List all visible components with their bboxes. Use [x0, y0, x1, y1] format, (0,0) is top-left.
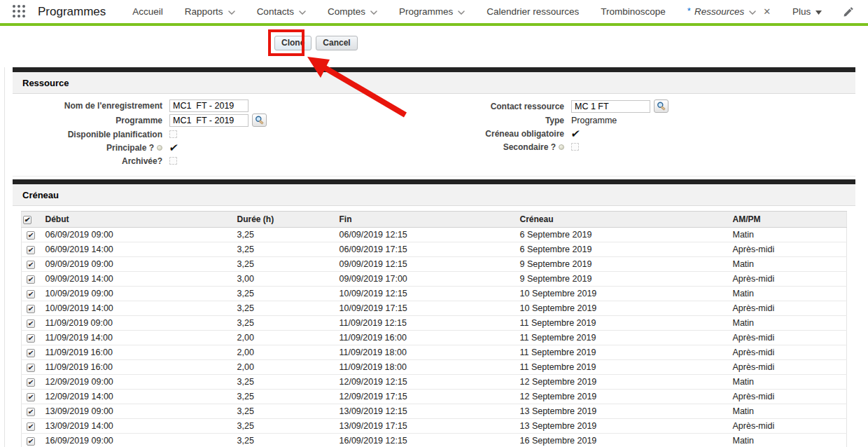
- tab-calendrier-ressources[interactable]: Calendrier ressources: [486, 6, 579, 17]
- column-header-debut: Début: [40, 212, 232, 228]
- cell-creneau: 9 Septembre 2019: [514, 257, 727, 272]
- cell-fin: 11/09/2019 12:15: [334, 316, 514, 331]
- cell-debut: 06/09/2019 09:00: [40, 228, 232, 242]
- tab-accueil[interactable]: Accueil: [132, 6, 163, 17]
- column-header-fin: Fin: [334, 212, 514, 228]
- table-row: 09/09/2019 14:00 3,00 09/09/2019 17:00 9…: [22, 272, 847, 287]
- cell-debut: 09/09/2019 14:00: [40, 272, 232, 287]
- tab-plus-menu[interactable]: Plus: [792, 6, 822, 17]
- slot-table-header-row: Début Durée (h) Fin Créneau AM/PM: [22, 212, 847, 228]
- cell-duree: 3,25: [232, 242, 334, 257]
- cell-duree: 3,25: [232, 404, 334, 419]
- cell-creneau: 16 Septembre 2019: [514, 434, 727, 447]
- cell-fin: 10/09/2019 12:15: [334, 287, 514, 301]
- cell-ampm: Après-midi: [727, 345, 847, 360]
- cell-creneau: 6 Septembre 2019: [514, 242, 727, 257]
- table-row: 13/09/2019 14:00 3,25 13/09/2019 17:15 1…: [22, 419, 847, 434]
- cell-debut: 12/09/2019 09:00: [40, 375, 232, 390]
- table-row: 06/09/2019 14:00 3,25 06/09/2019 17:15 6…: [22, 242, 847, 257]
- cell-debut: 11/09/2019 16:00: [40, 360, 232, 375]
- secondaire-checkbox: [571, 143, 579, 151]
- principale-checkmark-icon: ✔: [169, 143, 179, 152]
- tab-contacts[interactable]: Contacts: [257, 6, 306, 17]
- cell-debut: 11/09/2019 14:00: [40, 331, 232, 345]
- row-checkbox[interactable]: [27, 393, 35, 401]
- cell-fin: 12/09/2019 17:15: [334, 390, 514, 404]
- resource-form: Nom de l'enregistrement Programme Dispon…: [13, 94, 855, 177]
- cell-creneau: 12 Septembre 2019: [514, 375, 727, 390]
- app-launcher-icon[interactable]: [13, 5, 26, 18]
- row-checkbox[interactable]: [27, 319, 35, 328]
- row-checkbox[interactable]: [27, 437, 35, 446]
- cell-fin: 09/09/2019 17:00: [334, 272, 514, 287]
- cell-debut: 10/09/2019 14:00: [40, 301, 232, 316]
- programme-input[interactable]: [169, 114, 248, 127]
- chevron-down-icon[interactable]: [228, 11, 235, 15]
- cell-duree: 2,00: [232, 345, 334, 360]
- row-checkbox[interactable]: [27, 305, 35, 313]
- slot-table: Début Durée (h) Fin Créneau AM/PM 06/09/…: [21, 211, 847, 447]
- clone-button[interactable]: Clone: [274, 36, 312, 50]
- cancel-button[interactable]: Cancel: [316, 36, 357, 50]
- row-checkbox[interactable]: [27, 422, 35, 431]
- close-tab-icon[interactable]: ✕: [763, 6, 771, 17]
- cell-duree: 3,25: [232, 390, 334, 404]
- row-checkbox[interactable]: [27, 349, 35, 357]
- archivee-checkbox: [169, 157, 177, 165]
- tab-ressources-active[interactable]: * Ressources ✕: [687, 6, 771, 17]
- row-checkbox[interactable]: [27, 231, 35, 240]
- row-checkbox[interactable]: [27, 246, 35, 254]
- action-bar: Clone Cancel: [0, 26, 868, 67]
- help-icon[interactable]: [559, 144, 564, 150]
- cell-creneau: 6 Septembre 2019: [514, 228, 727, 242]
- tab-rapports[interactable]: Rapports: [185, 6, 235, 17]
- disponible-planification-checkbox: [169, 130, 177, 138]
- row-checkbox[interactable]: [27, 378, 35, 387]
- cell-debut: 13/09/2019 09:00: [40, 404, 232, 419]
- select-all-checkbox[interactable]: [23, 216, 31, 224]
- chevron-down-icon[interactable]: [458, 11, 465, 15]
- cell-ampm: Matin: [727, 316, 847, 331]
- field-type: Type Programme: [434, 114, 855, 126]
- contact-ressource-input[interactable]: [571, 100, 650, 113]
- table-row: 11/09/2019 09:00 3,25 11/09/2019 12:15 1…: [22, 316, 847, 331]
- table-row: 16/09/2019 09:00 3,25 16/09/2019 12:15 1…: [22, 434, 847, 447]
- record-name-input[interactable]: [169, 99, 248, 112]
- cell-duree: 3,25: [232, 301, 334, 316]
- chevron-down-icon[interactable]: [370, 11, 377, 15]
- chevron-down-icon[interactable]: [299, 11, 306, 15]
- table-row: 06/09/2019 09:00 3,25 06/09/2019 12:15 6…: [22, 228, 847, 242]
- column-header-creneau: Créneau: [514, 212, 727, 228]
- field-programme: Programme: [13, 114, 434, 127]
- programme-lookup-button[interactable]: [252, 114, 267, 127]
- cell-duree: 2,00: [232, 331, 334, 345]
- cell-fin: 06/09/2019 12:15: [334, 228, 514, 242]
- cell-fin: 06/09/2019 17:15: [334, 242, 514, 257]
- chevron-down-icon[interactable]: [749, 11, 756, 15]
- row-checkbox[interactable]: [27, 364, 35, 372]
- row-checkbox[interactable]: [27, 275, 35, 284]
- row-checkbox[interactable]: [27, 290, 35, 298]
- row-checkbox[interactable]: [27, 261, 35, 269]
- table-row: 12/09/2019 14:00 3,25 12/09/2019 17:15 1…: [22, 390, 847, 404]
- button-group: Clone Cancel: [274, 36, 358, 50]
- caret-down-icon[interactable]: [816, 11, 822, 15]
- cell-ampm: Matin: [727, 434, 847, 447]
- edit-pencil-icon[interactable]: [843, 6, 854, 18]
- page-edge-line: [4, 29, 5, 447]
- cell-fin: 16/09/2019 12:15: [334, 434, 514, 447]
- cell-fin: 13/09/2019 17:15: [334, 419, 514, 434]
- tab-trombinoscope[interactable]: Trombinoscope: [601, 6, 666, 17]
- contact-lookup-button[interactable]: [654, 99, 668, 113]
- row-checkbox[interactable]: [27, 334, 35, 343]
- cell-debut: 10/09/2019 09:00: [40, 287, 232, 301]
- section-top-bar: [13, 67, 855, 72]
- cell-creneau: 10 Septembre 2019: [514, 287, 727, 301]
- tab-comptes[interactable]: Comptes: [328, 6, 377, 17]
- row-checkbox[interactable]: [27, 408, 35, 416]
- field-creneau-obligatoire: Créneau obligatoire ✔: [434, 128, 855, 139]
- tab-programmes[interactable]: Programmes: [399, 6, 465, 17]
- table-row: 11/09/2019 16:00 2,00 11/09/2019 18:00 1…: [22, 360, 847, 375]
- table-row: 11/09/2019 16:00 2,00 11/09/2019 18:00 1…: [22, 345, 847, 360]
- help-icon[interactable]: [157, 145, 162, 151]
